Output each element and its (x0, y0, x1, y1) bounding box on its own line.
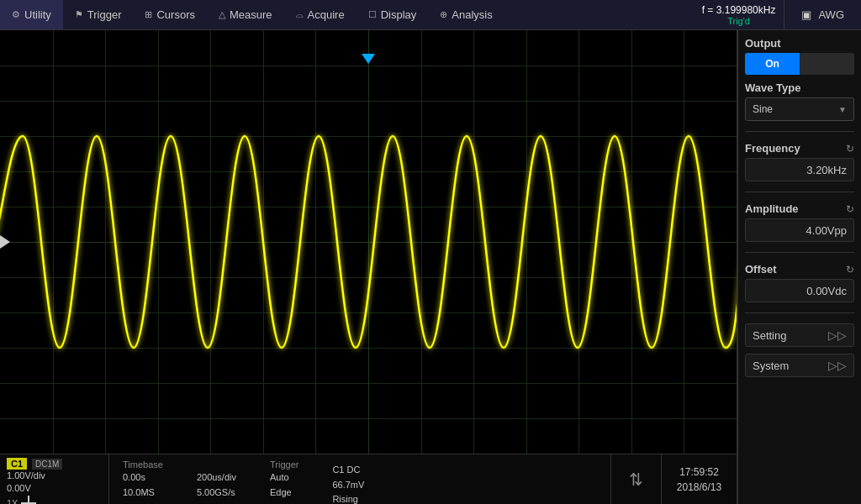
frequency-section: Frequency ↻ 3.20kHz (745, 142, 854, 181)
timediv-group: x 200us/div 5.00GS/s (197, 459, 236, 499)
measure-menu[interactable]: △ Measure (207, 0, 284, 29)
awg-icon: ▣ (801, 8, 811, 21)
frequency-label: Frequency (745, 142, 800, 155)
offset-refresh-icon[interactable]: ↻ (846, 264, 854, 276)
timebase-group: Timebase 0.00s 10.0MS (123, 459, 163, 499)
scope-area: C1 DC1M 1.00V/div 0.00V 1X Timebase 0.00… (0, 30, 737, 504)
usb-section: ⇅ (610, 454, 661, 504)
wave-type-dropdown[interactable]: Sine ▼ (745, 97, 854, 121)
trigger-menu[interactable]: ⚑ Trigger (63, 0, 134, 29)
utility-menu[interactable]: ⚙ Utility (0, 0, 63, 29)
offset-value[interactable]: 0.00Vdc (745, 279, 854, 302)
ch1-info: C1 DC1M 1.00V/div 0.00V 1X (0, 454, 109, 504)
analysis-icon: ⊕ (440, 9, 447, 20)
amplitude-value[interactable]: 4.00Vpp (745, 218, 854, 242)
status-bar: C1 DC1M 1.00V/div 0.00V 1X Timebase 0.00… (0, 454, 737, 504)
acquire-menu[interactable]: ⌓ Acquire (284, 0, 357, 29)
time-section: 17:59:52 2018/6/13 (661, 454, 737, 504)
cursors-icon: ⊞ (145, 9, 152, 20)
menu-items: ⚙ Utility ⚑ Trigger ⊞ Cursors △ Measure … (0, 0, 694, 29)
trigger-group: Trigger Auto Edge (270, 459, 298, 499)
setting-button[interactable]: Setting ▷▷ (745, 323, 854, 347)
analysis-menu[interactable]: ⊕ Analysis (428, 0, 504, 29)
output-off-button[interactable] (800, 53, 854, 75)
system-section: System ▷▷ (745, 354, 854, 377)
output-label: Output (745, 37, 854, 50)
frequency-row: Frequency ↻ (745, 142, 854, 155)
amplitude-refresh-icon[interactable]: ↻ (846, 203, 854, 215)
ch1-label: C1 (7, 458, 27, 470)
divider-2 (745, 192, 854, 192)
system-button[interactable]: System ▷▷ (745, 354, 854, 377)
output-toggle[interactable]: On (745, 53, 854, 75)
acquire-icon: ⌓ (296, 9, 304, 20)
awg-header: ▣ AWG (784, 0, 861, 29)
setting-section: Setting ▷▷ (745, 323, 854, 347)
ref-cross-icon (21, 496, 36, 504)
offset-label: Offset (745, 263, 777, 276)
output-section: Output On (745, 37, 854, 75)
utility-icon: ⚙ (12, 9, 20, 20)
waveform-display (0, 30, 737, 454)
frequency-display: f = 3.199980kHz Trig'd (694, 4, 784, 26)
divider-3 (745, 252, 854, 253)
ch1-vdiv: 1.00V/div 0.00V (7, 470, 102, 496)
scope-canvas (0, 30, 737, 454)
output-on-button[interactable]: On (745, 53, 800, 75)
setting-expand-icon: ▷▷ (828, 328, 847, 342)
frequency-value[interactable]: 3.20kHz (745, 158, 854, 181)
trigger-icon: ⚑ (75, 9, 83, 20)
top-menu-bar: ⚙ Utility ⚑ Trigger ⊞ Cursors △ Measure … (0, 0, 861, 30)
amplitude-row: Amplitude ↻ (745, 202, 854, 215)
awg-panel: Output On Wave Type Sine ▼ Frequency ↻ 3… (737, 30, 861, 504)
main-content: C1 DC1M 1.00V/div 0.00V 1X Timebase 0.00… (0, 30, 861, 504)
wave-type-label: Wave Type (745, 81, 854, 94)
cursors-menu[interactable]: ⊞ Cursors (133, 0, 207, 29)
display-icon: ☐ (368, 9, 377, 20)
system-expand-icon: ▷▷ (828, 359, 847, 372)
display-menu[interactable]: ☐ Display (357, 0, 429, 29)
wave-type-section: Wave Type Sine ▼ (745, 81, 854, 121)
offset-section: Offset ↻ 0.00Vdc (745, 263, 854, 302)
refresh-icon[interactable]: ↻ (846, 143, 854, 155)
offset-row: Offset ↻ (745, 263, 854, 276)
ch1-badge: C1 DC1M (7, 458, 102, 470)
timebase-section: Timebase 0.00s 10.0MS x 200us/div 5.00GS… (109, 454, 610, 504)
divider-1 (745, 131, 854, 132)
chevron-down-icon: ▼ (838, 105, 847, 114)
amplitude-section: Amplitude ↻ 4.00Vpp (745, 202, 854, 242)
divider-4 (745, 312, 854, 313)
ch1-ref: 1X (7, 496, 102, 504)
measure-icon: △ (219, 9, 225, 20)
trigger-ch-group: x C1 DC 66.7mV Rising (332, 452, 364, 504)
usb-icon: ⇅ (629, 470, 643, 490)
coupling-label: DC1M (32, 459, 62, 470)
amplitude-label: Amplitude (745, 202, 799, 215)
